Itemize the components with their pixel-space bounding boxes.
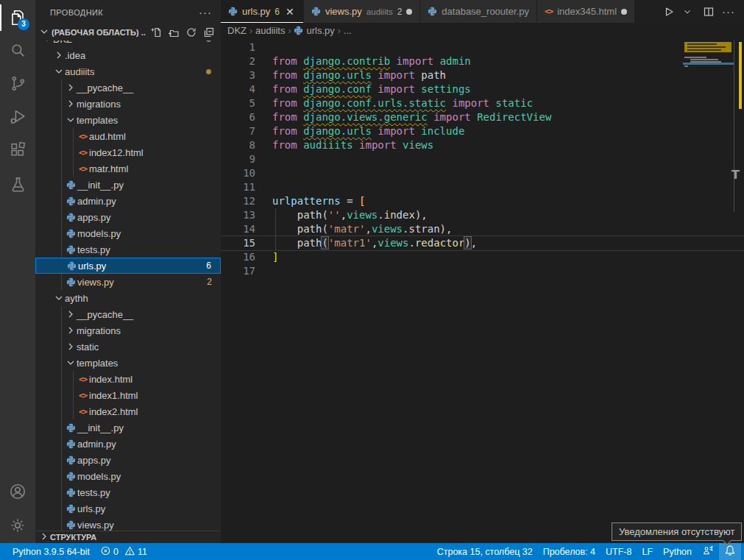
new-file-icon[interactable] [150, 26, 162, 38]
tree-item-aythh[interactable]: aythh [35, 290, 221, 306]
activity-bar-item-explorer-files[interactable]: 3 [0, 1, 35, 34]
breadcrumb[interactable]: DKZ›audiiits›urls.py›... [221, 23, 744, 38]
tree-item-templates[interactable]: templates [35, 355, 221, 371]
refresh-icon[interactable] [185, 26, 197, 38]
tree-item-label: urls.py [78, 260, 106, 272]
code-text: from django.conf import settings [272, 82, 471, 96]
code-line-15[interactable]: 15 path('matr1',views.redactor), [221, 236, 682, 250]
tab-database_roouter.py[interactable]: database_roouter.py [420, 0, 536, 23]
code-line-16[interactable]: 16] [221, 250, 682, 264]
activity-bar-item-search[interactable] [0, 34, 35, 66]
tree-item-__pycache__[interactable]: __pycache__ [35, 306, 221, 322]
tree-item-label: urls.py [77, 503, 105, 514]
code-line-1[interactable]: 1 [221, 40, 682, 54]
cursor-position-indicator[interactable]: Строка 15, столбец 32 [432, 543, 538, 560]
eol-indicator[interactable]: LF [637, 543, 658, 560]
tree-item-templates[interactable]: templates [35, 112, 221, 128]
more-actions-icon[interactable]: ··· [722, 5, 735, 18]
code-line-10[interactable]: 10 [221, 166, 682, 180]
tree-item-views.py[interactable]: views.py2 [35, 274, 221, 290]
line-number: 11 [221, 180, 272, 194]
tree-item-index1.html[interactable]: <>index1.html [35, 387, 221, 403]
tree-item-apps.py[interactable]: apps.py [35, 452, 221, 468]
tree-item-urls.py[interactable]: urls.py6 [35, 258, 221, 274]
line-number: 5 [221, 96, 272, 110]
collapse-all-icon[interactable] [203, 26, 215, 38]
chevron-down-icon [65, 357, 77, 369]
feedback-button[interactable] [697, 543, 719, 560]
tree-item-models.py[interactable]: models.py [35, 225, 221, 241]
code-line-7[interactable]: 7from django.urls import include [221, 124, 682, 138]
problems-indicator[interactable]: 0 11 [95, 543, 152, 560]
workspace-section-header[interactable]: (РАБОЧАЯ ОБЛАСТЬ) ... [35, 24, 221, 40]
tab-urls.py[interactable]: urls.py6✕ [221, 0, 303, 23]
tree-item-static[interactable]: static [35, 339, 221, 355]
outline-section-header[interactable]: СТРУКТУРА [35, 531, 221, 543]
activity-bar-item-settings-gear[interactable] [0, 509, 35, 542]
run-python-file-icon[interactable] [663, 6, 675, 18]
tree-item-__init__.py[interactable]: __init__.py [35, 419, 221, 436]
indentation-indicator[interactable]: Пробелов: 4 [538, 543, 600, 560]
new-folder-icon[interactable] [168, 26, 180, 38]
line-number: 13 [221, 208, 272, 222]
code-line-14[interactable]: 14 path('matr',views.stran), [221, 222, 682, 236]
line-number: 7 [221, 124, 272, 138]
tree-item-index2.html[interactable]: <>index2.html [35, 403, 221, 419]
tree-item-aud.html[interactable]: <>aud.html [35, 128, 221, 144]
activity-bar-item-account[interactable] [0, 475, 35, 508]
chevron-down-icon[interactable] [682, 7, 692, 17]
code-line-3[interactable]: 3from django.urls import path [221, 68, 682, 82]
breadcrumb-item[interactable]: audiiits [255, 25, 285, 36]
tree-item-migrations[interactable]: migrations [35, 96, 221, 112]
tree-item-tests.py[interactable]: tests.py [35, 241, 221, 258]
tree-item-.idea[interactable]: .idea [35, 47, 221, 63]
tab-index345.html[interactable]: <>index345.html [537, 0, 634, 23]
python-interpreter-indicator[interactable]: Python 3.9.5 64-bit [7, 543, 95, 560]
activity-bar-item-extensions[interactable] [0, 133, 35, 166]
code-line-8[interactable]: 8from audiiits import views [221, 138, 682, 152]
notifications-bell-button[interactable] [719, 543, 741, 560]
tree-item-admin.py[interactable]: admin.py [35, 436, 221, 452]
code-line-2[interactable]: 2from django.contrib import admin [221, 54, 682, 68]
tree-item-urls.py[interactable]: urls.py [35, 500, 221, 517]
tree-item-index.html[interactable]: <>index.html [35, 371, 221, 387]
tree-item-tests.py[interactable]: tests.py [35, 484, 221, 500]
code-line-5[interactable]: 5from django.conf.urls.static import sta… [221, 96, 682, 110]
activity-bar-item-run-and-debug[interactable] [0, 100, 35, 132]
code-line-4[interactable]: 4from django.conf import settings [221, 82, 682, 96]
tree-item-views.py[interactable]: views.py [35, 517, 221, 531]
tree-item-apps.py[interactable]: apps.py [35, 209, 221, 225]
code-line-6[interactable]: 6from django.views.generic import Redire… [221, 110, 682, 124]
code-line-12[interactable]: 12urlpatterns = [ [221, 194, 682, 208]
tree-item-matr.html[interactable]: <>matr.html [35, 160, 221, 177]
code-editor[interactable]: 12from django.contrib import admin3from … [221, 38, 744, 543]
close-icon[interactable]: ✕ [284, 6, 296, 18]
tree-item-DKZ[interactable]: DKZ [35, 40, 221, 47]
activity-bar-item-testing-beaker[interactable] [0, 169, 35, 201]
code-line-17[interactable]: 17 [221, 264, 682, 278]
code-line-11[interactable]: 11 [221, 180, 682, 194]
encoding-indicator[interactable]: UTF-8 [600, 543, 637, 560]
tree-item-migrations[interactable]: migrations [35, 322, 221, 339]
problems-badge: 2 [207, 277, 212, 287]
minimap[interactable] [683, 38, 734, 215]
language-mode-indicator[interactable]: Python [658, 543, 697, 560]
code-text: from django.urls import include [272, 124, 464, 138]
breadcrumb-item[interactable]: urls.py [306, 25, 334, 36]
tree-item-index12.html[interactable]: <>index12.html [35, 144, 221, 160]
tree-item-label: DKZ [53, 40, 72, 45]
scrollbar[interactable] [734, 40, 734, 212]
tree-item-models.py[interactable]: models.py [35, 468, 221, 484]
tree-item-__pycache__[interactable]: __pycache__ [35, 79, 221, 96]
activity-bar-item-source-control[interactable] [0, 67, 35, 99]
tree-item-__init__.py[interactable]: __init__.py [35, 177, 221, 193]
sidebar-more-actions-icon[interactable]: ··· [199, 6, 212, 18]
code-line-9[interactable]: 9 [221, 152, 682, 166]
tree-item-admin.py[interactable]: admin.py [35, 193, 221, 209]
code-line-13[interactable]: 13 path('',views.index), [221, 208, 682, 222]
tab-views.py[interactable]: views.pyaudiiits2 [304, 0, 419, 23]
split-editor-icon[interactable] [703, 6, 715, 18]
tree-item-audiiits[interactable]: audiiits [35, 63, 221, 79]
breadcrumb-item[interactable]: DKZ [227, 25, 247, 36]
breadcrumb-item[interactable]: ... [344, 25, 352, 36]
